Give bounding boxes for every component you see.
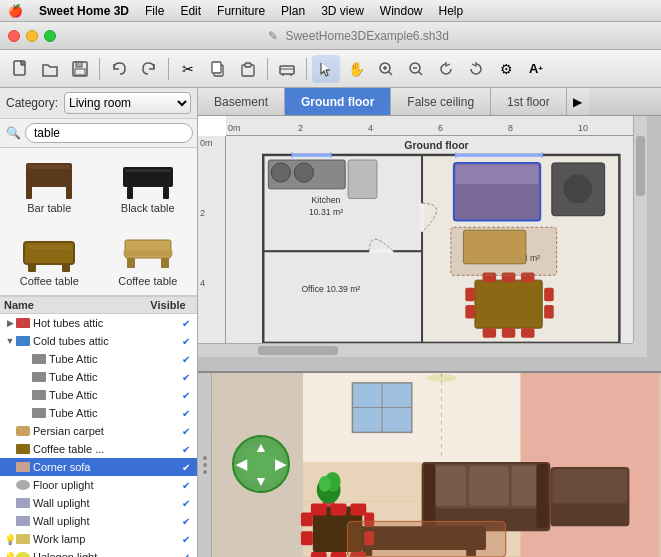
- scrollbar-vertical[interactable]: [633, 116, 647, 343]
- tree-row-wall-uplight-1[interactable]: Wall uplight ✔: [0, 494, 197, 512]
- search-input[interactable]: [25, 123, 193, 143]
- svg-point-93: [319, 476, 331, 492]
- menu-file[interactable]: File: [145, 4, 164, 18]
- settings-button[interactable]: ⚙: [492, 55, 520, 83]
- floor-uplight-check[interactable]: ✔: [179, 478, 193, 492]
- corner-sofa-label: Corner sofa: [33, 461, 179, 473]
- tree-row-tube-3[interactable]: Tube Attic ✔: [0, 386, 197, 404]
- left-panel: Category: Living room Kitchen Bedroom Ba…: [0, 88, 198, 557]
- maximize-button[interactable]: [44, 30, 56, 42]
- tab-1st-floor[interactable]: 1st floor: [491, 88, 567, 115]
- svg-rect-57: [483, 328, 496, 338]
- tree-toggle-cold-tubes[interactable]: ▼: [4, 336, 16, 346]
- doc-icon: ✎: [268, 29, 278, 43]
- tree-row-cold-tubes[interactable]: ▼ Cold tubes attic ✔: [0, 332, 197, 350]
- tree-row-work-lamp[interactable]: 💡 Work lamp ✔: [0, 530, 197, 548]
- view-2d[interactable]: 0m 2 4 6 8 10 0m 2 4 Ground f: [198, 116, 661, 371]
- tree-row-wall-uplight-2[interactable]: Wall uplight ✔: [0, 512, 197, 530]
- tree-row-corner-sofa[interactable]: Corner sofa ✔: [0, 458, 197, 476]
- persian-carpet-check[interactable]: ✔: [179, 424, 193, 438]
- tube-4-check[interactable]: ✔: [179, 406, 193, 420]
- nav-right-arrow[interactable]: ▶: [275, 456, 286, 472]
- ruler-mark-2: 2: [298, 123, 303, 133]
- furniture-item-black-table[interactable]: Black table: [99, 148, 198, 222]
- furniture-item-coffee-table-2[interactable]: Coffee table: [99, 222, 198, 296]
- bar-table-icon: [19, 160, 79, 200]
- work-lamp-check[interactable]: ✔: [179, 532, 193, 546]
- tree-row-floor-uplight[interactable]: Floor uplight ✔: [0, 476, 197, 494]
- add-furniture-button[interactable]: [273, 55, 301, 83]
- text-size-button[interactable]: A+: [522, 55, 550, 83]
- tab-ground-floor[interactable]: Ground floor: [285, 88, 391, 115]
- select-button[interactable]: [312, 55, 340, 83]
- tab-basement[interactable]: Basement: [198, 88, 285, 115]
- hot-tubes-check[interactable]: ✔: [179, 316, 193, 330]
- scrollbar-corner: [633, 343, 647, 357]
- tube-3-icon: [32, 390, 46, 400]
- save-button[interactable]: [66, 55, 94, 83]
- undo-button[interactable]: [105, 55, 133, 83]
- svg-rect-30: [28, 264, 36, 272]
- wall-uplight-1-check[interactable]: ✔: [179, 496, 193, 510]
- app-name: Sweet Home 3D: [39, 4, 129, 18]
- minimize-button[interactable]: [26, 30, 38, 42]
- tree-row-coffee-table[interactable]: Coffee table ... ✔: [0, 440, 197, 458]
- tree-row-tube-1[interactable]: Tube Attic ✔: [0, 350, 197, 368]
- close-button[interactable]: [8, 30, 20, 42]
- rotate-button[interactable]: [432, 55, 460, 83]
- floorplan-svg-wrapper[interactable]: Ground floor Kitchen 10.31 m² Office 10.…: [226, 136, 647, 357]
- reverse-button[interactable]: [462, 55, 490, 83]
- coffee-table-tree-label: Coffee table ...: [33, 443, 179, 455]
- scrollbar-horizontal[interactable]: [198, 343, 633, 357]
- paste-button[interactable]: [234, 55, 262, 83]
- tree-row-tube-4[interactable]: Tube Attic ✔: [0, 404, 197, 422]
- nav-left-arrow[interactable]: ◀: [236, 456, 247, 472]
- copy-button[interactable]: [204, 55, 232, 83]
- menu-help[interactable]: Help: [439, 4, 464, 18]
- cold-tubes-check[interactable]: ✔: [179, 334, 193, 348]
- pan-button[interactable]: ✋: [342, 55, 370, 83]
- zoom-in-button[interactable]: [372, 55, 400, 83]
- wall-uplight-2-check[interactable]: ✔: [179, 514, 193, 528]
- menu-edit[interactable]: Edit: [180, 4, 201, 18]
- open-button[interactable]: [36, 55, 64, 83]
- tree-row-persian-carpet[interactable]: Persian carpet ✔: [0, 422, 197, 440]
- svg-rect-32: [27, 245, 71, 249]
- tree-toggle-hot-tubes[interactable]: ▶: [4, 318, 16, 328]
- halogen-light-check[interactable]: ✔: [179, 550, 193, 557]
- new-button[interactable]: [6, 55, 34, 83]
- view-3d-content[interactable]: ▲ ▼ ◀ ▶: [212, 373, 661, 557]
- menu-3dview[interactable]: 3D view: [321, 4, 364, 18]
- cut-button[interactable]: ✂: [174, 55, 202, 83]
- scrollbar-thumb-h[interactable]: [258, 346, 338, 355]
- wall-uplight-1-icon: [16, 498, 30, 508]
- apple-menu[interactable]: 🍎: [8, 4, 23, 18]
- nav-up-arrow[interactable]: ▲: [254, 439, 268, 455]
- scrollbar-thumb-v[interactable]: [636, 136, 645, 196]
- nav-down-arrow[interactable]: ▼: [254, 473, 268, 489]
- menu-plan[interactable]: Plan: [281, 4, 305, 18]
- tube-3-check[interactable]: ✔: [179, 388, 193, 402]
- tab-false-ceiling[interactable]: False ceiling: [391, 88, 491, 115]
- tube-2-check[interactable]: ✔: [179, 370, 193, 384]
- corner-sofa-check[interactable]: ✔: [179, 460, 193, 474]
- tree-row-halogen-light[interactable]: 💡 Halogen light ... ✔: [0, 548, 197, 557]
- tree-row-hot-tubes[interactable]: ▶ Hot tubes attic ✔: [0, 314, 197, 332]
- tube-1-check[interactable]: ✔: [179, 352, 193, 366]
- view-3d-resize-handle[interactable]: [198, 373, 212, 557]
- furniture-item-bar-table[interactable]: Bar table: [0, 148, 99, 222]
- svg-rect-49: [348, 160, 377, 198]
- coffee-table-check[interactable]: ✔: [179, 442, 193, 456]
- tab-more-button[interactable]: ▶: [567, 88, 589, 115]
- furniture-item-coffee-table-1[interactable]: Coffee table: [0, 222, 99, 296]
- menu-window[interactable]: Window: [380, 4, 423, 18]
- separator-3: [267, 58, 268, 80]
- svg-rect-48: [294, 163, 313, 182]
- navigation-arrows[interactable]: ▲ ▼ ◀ ▶: [232, 435, 292, 495]
- tree-row-tube-2[interactable]: Tube Attic ✔: [0, 368, 197, 386]
- category-select[interactable]: Living room Kitchen Bedroom Bathroom Off…: [64, 92, 191, 114]
- redo-button[interactable]: [135, 55, 163, 83]
- menu-furniture[interactable]: Furniture: [217, 4, 265, 18]
- zoom-out-button[interactable]: [402, 55, 430, 83]
- wall-uplight-2-icon: [16, 516, 30, 526]
